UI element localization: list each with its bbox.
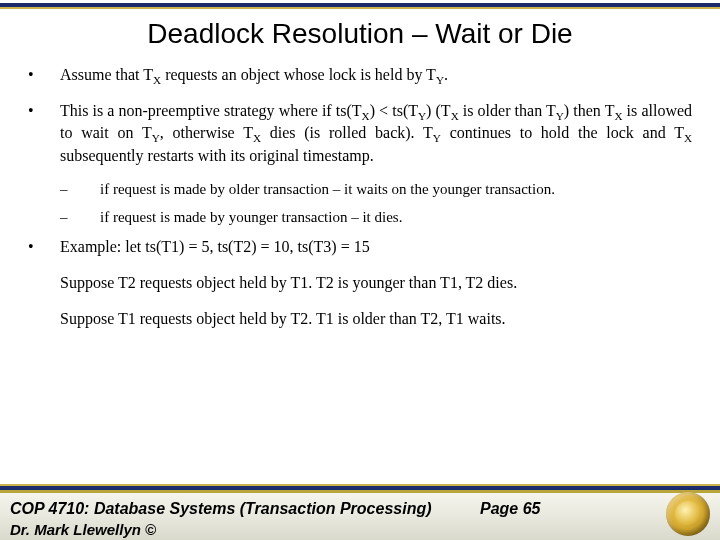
sub-bullet-1: – if request is made by older transactio… <box>60 180 692 199</box>
text-fragment: ) then T <box>564 102 615 119</box>
footer-course: COP 4710: Database Systems (Transaction … <box>10 500 432 518</box>
sub-bullet-mark: – <box>60 208 100 227</box>
sub-bullet-1-text: if request is made by older transaction … <box>100 180 692 199</box>
text-fragment: This is a non-preemptive strategy where … <box>60 102 362 119</box>
bullet-1: • Assume that TX requests an object whos… <box>28 65 692 87</box>
footer-page: Page 65 <box>480 500 540 518</box>
footer-author: Dr. Mark Llewellyn © <box>10 521 156 538</box>
subscript-y: Y <box>152 133 160 145</box>
subscript-y: Y <box>433 133 441 145</box>
example-intro: Example: let ts(T1) = 5, ts(T2) = 10, ts… <box>60 237 692 257</box>
text-fragment: is older than T <box>459 102 556 119</box>
sub-bullet-2-text: if request is made by younger transactio… <box>100 208 692 227</box>
bullet-2: • This is a non-preemptive strategy wher… <box>28 101 692 165</box>
subscript-x: X <box>153 74 161 86</box>
text-fragment: continues to hold the lock and T <box>441 124 684 141</box>
subscript-x: X <box>451 110 459 122</box>
bullet-3-text: Example: let ts(T1) = 5, ts(T2) = 10, ts… <box>60 237 692 345</box>
bullet-mark: • <box>28 101 60 165</box>
text-fragment: Assume that T <box>60 66 153 83</box>
example-line-1: Suppose T2 requests object held by T1. T… <box>60 273 692 293</box>
bullet-1-text: Assume that TX requests an object whose … <box>60 65 692 87</box>
subscript-x: X <box>362 110 370 122</box>
subscript-y: Y <box>556 110 564 122</box>
sub-bullet-2: – if request is made by younger transact… <box>60 208 692 227</box>
bullet-3: • Example: let ts(T1) = 5, ts(T2) = 10, … <box>28 237 692 345</box>
bullet-2-text: This is a non-preemptive strategy where … <box>60 101 692 165</box>
text-fragment: ) (T <box>426 102 451 119</box>
text-fragment: subsequently restarts with its original … <box>60 147 374 164</box>
footer-band: COP 4710: Database Systems (Transaction … <box>0 490 720 540</box>
text-fragment: requests an object whose lock is held by… <box>161 66 436 83</box>
subscript-y: Y <box>418 110 426 122</box>
top-accent-bar <box>0 3 720 9</box>
ucf-logo-icon <box>666 492 710 536</box>
subscript-x: X <box>614 110 622 122</box>
bullet-mark: • <box>28 65 60 87</box>
subscript-x: X <box>253 133 261 145</box>
sub-bullet-mark: – <box>60 180 100 199</box>
bullet-mark: • <box>28 237 60 345</box>
slide-title: Deadlock Resolution – Wait or Die <box>0 18 720 50</box>
example-line-2: Suppose T1 requests object held by T2. T… <box>60 309 692 329</box>
text-fragment: ) < ts(T <box>370 102 418 119</box>
text-fragment: dies (is rolled back). T <box>261 124 433 141</box>
text-fragment: , otherwise T <box>160 124 253 141</box>
text-fragment: . <box>444 66 448 83</box>
slide-content: • Assume that TX requests an object whos… <box>28 65 692 359</box>
subscript-x: X <box>684 133 692 145</box>
subscript-y: Y <box>436 74 444 86</box>
slide: Deadlock Resolution – Wait or Die • Assu… <box>0 0 720 540</box>
